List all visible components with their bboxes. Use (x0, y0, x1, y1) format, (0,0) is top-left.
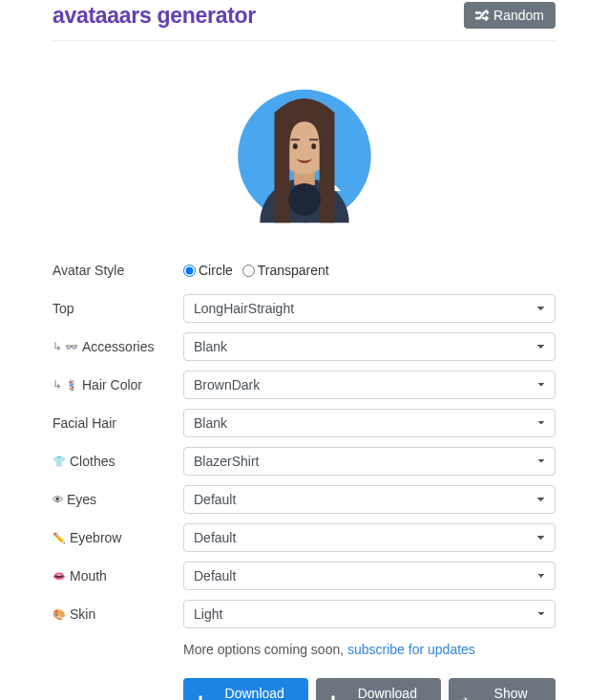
subscribe-link[interactable]: subscribe for updates (347, 642, 475, 657)
facial-hair-select[interactable]: Blank (183, 409, 556, 437)
random-button[interactable]: Random (464, 2, 556, 29)
avatar-style-circle-text: Circle (199, 263, 233, 278)
svg-point-3 (292, 143, 297, 149)
download-svg-label: Download SVG (345, 686, 430, 700)
page-title: avataaars generator (52, 3, 256, 29)
skin-label: 🎨 Skin (52, 606, 183, 622)
hair-color-label: ↳💈 Hair Color (52, 377, 183, 392)
avatar-style-transparent-text: Transparent (258, 263, 329, 278)
random-button-label: Random (493, 8, 544, 23)
svg-rect-6 (308, 138, 318, 140)
accessories-label: ↳👓 Accessories (52, 339, 183, 354)
download-icon (327, 695, 339, 701)
avatar-style-circle-option[interactable]: Circle (183, 263, 233, 278)
hair-color-select[interactable]: BrownDark (183, 371, 556, 399)
avatar-style-label: Avatar Style (52, 263, 183, 278)
svg-rect-5 (290, 138, 300, 140)
skin-select[interactable]: Light (183, 600, 556, 628)
eyes-label: 👁 Eyes (52, 492, 183, 507)
eyebrow-select[interactable]: Default (183, 523, 556, 552)
svg-point-4 (311, 143, 316, 149)
download-svg-button[interactable]: Download SVG (316, 678, 441, 700)
download-icon (195, 695, 206, 701)
download-png-label: Download PNG (212, 686, 297, 700)
avatar-style-transparent-radio[interactable] (242, 265, 255, 277)
avatar-style-transparent-option[interactable]: Transparent (242, 263, 329, 278)
svg-point-7 (288, 183, 321, 216)
top-select[interactable]: LongHairStraight (183, 294, 556, 323)
eyes-select[interactable]: Default (183, 485, 556, 514)
more-options-text: More options coming soon, subscribe for … (52, 642, 556, 657)
facial-hair-label: Facial Hair (52, 415, 183, 431)
eyebrow-label: ✏️ Eyebrow (52, 530, 183, 545)
download-png-button[interactable]: Download PNG (183, 678, 308, 700)
mouth-select[interactable]: Default (183, 562, 556, 590)
clothes-select[interactable]: BlazerShirt (183, 447, 556, 476)
clothes-label: 👕 Clothes (52, 454, 183, 469)
avatar-preview (228, 70, 381, 237)
top-label: Top (52, 301, 183, 316)
avatar-style-circle-radio[interactable] (183, 265, 196, 277)
accessories-select[interactable]: Blank (183, 332, 556, 361)
code-icon (460, 695, 472, 701)
mouth-label: 👄 Mouth (52, 568, 183, 583)
show-react-button[interactable]: Show React (449, 678, 556, 700)
show-react-label: Show React (477, 686, 544, 700)
random-icon (475, 9, 489, 22)
